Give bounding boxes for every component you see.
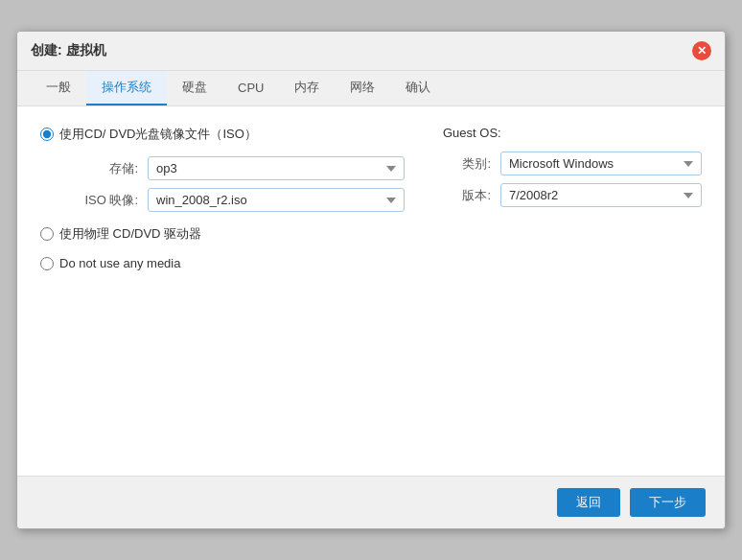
tab-cpu[interactable]: CPU (222, 73, 279, 105)
tab-confirm[interactable]: 确认 (390, 71, 446, 105)
close-button[interactable]: ✕ (692, 41, 711, 60)
iso-field-label: ISO 映像: (61, 188, 138, 212)
title-bar: 创建: 虚拟机 ✕ (17, 32, 725, 71)
tab-os[interactable]: 操作系统 (86, 71, 167, 105)
physical-radio-row: 使用物理 CD/DVD 驱动器 (40, 225, 405, 243)
dialog-title: 创建: 虚拟机 (31, 42, 106, 59)
iso-select[interactable]: win_2008_r2.iso (148, 188, 405, 212)
create-vm-dialog: 创建: 虚拟机 ✕ 一般 操作系统 硬盘 CPU 内存 网络 确认 使用CD/ … (16, 31, 726, 529)
content-area: 使用CD/ DVD光盘镜像文件（ISO） 存储: op3 ISO 映像: win… (17, 106, 725, 476)
guest-os-title: Guest OS: (443, 126, 702, 140)
iso-radio-row: 使用CD/ DVD光盘镜像文件（ISO） (40, 126, 405, 143)
tabs-bar: 一般 操作系统 硬盘 CPU 内存 网络 确认 (17, 71, 725, 106)
iso-radio-label[interactable]: 使用CD/ DVD光盘镜像文件（ISO） (59, 126, 257, 143)
back-button[interactable]: 返回 (557, 488, 620, 517)
version-label: 版本: (443, 183, 491, 207)
tab-disk[interactable]: 硬盘 (167, 71, 222, 105)
type-label: 类别: (443, 152, 491, 175)
store-label: 存储: (61, 156, 138, 180)
right-column: Guest OS: 类别: Microsoft Windows Linux Ot… (443, 126, 702, 284)
os-version-select[interactable]: 7/2008r2 XP Vista 8 10 (500, 183, 702, 207)
footer: 返回 下一步 (17, 476, 725, 528)
no-media-radio[interactable] (40, 257, 54, 270)
tab-network[interactable]: 网络 (335, 71, 390, 105)
left-column: 使用CD/ DVD光盘镜像文件（ISO） 存储: op3 ISO 映像: win… (40, 126, 405, 284)
tab-general[interactable]: 一般 (31, 71, 86, 105)
iso-radio[interactable] (40, 128, 54, 141)
physical-radio-label[interactable]: 使用物理 CD/DVD 驱动器 (59, 225, 201, 243)
two-column-layout: 使用CD/ DVD光盘镜像文件（ISO） 存储: op3 ISO 映像: win… (40, 126, 702, 284)
tab-memory[interactable]: 内存 (279, 71, 335, 105)
next-button[interactable]: 下一步 (630, 488, 706, 517)
guest-os-form: 类别: Microsoft Windows Linux Other 版本: 7/… (443, 152, 702, 207)
store-select[interactable]: op3 (148, 156, 405, 180)
iso-form-grid: 存储: op3 ISO 映像: win_2008_r2.iso (61, 156, 405, 212)
os-type-select[interactable]: Microsoft Windows Linux Other (500, 152, 702, 175)
no-media-radio-label[interactable]: Do not use any media (59, 256, 180, 270)
physical-radio[interactable] (40, 227, 54, 241)
no-media-radio-row: Do not use any media (40, 256, 405, 270)
